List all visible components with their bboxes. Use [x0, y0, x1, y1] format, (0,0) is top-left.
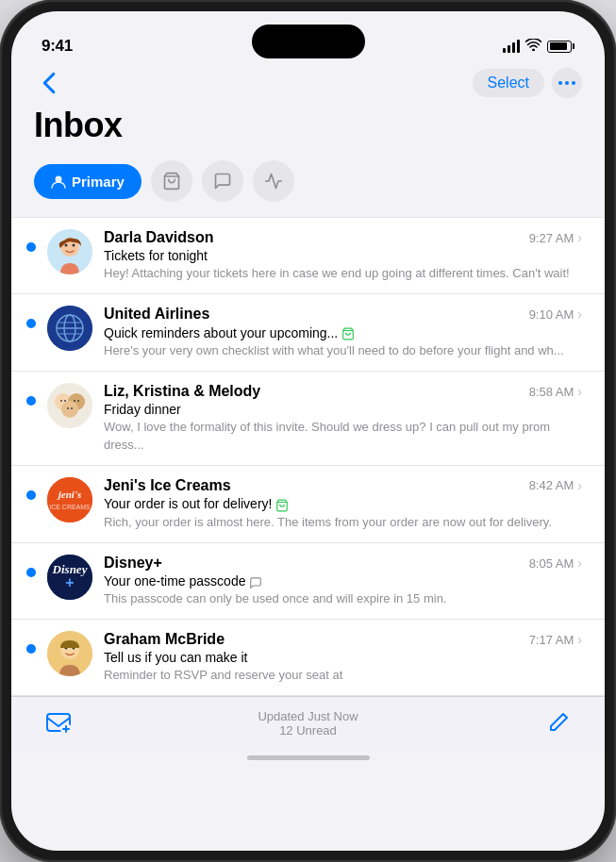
email-item[interactable]: jeni's ICE CREAMS Jeni's Ice Creams 8:42…	[11, 466, 605, 543]
email-item[interactable]: Graham McBride 7:17 AM › Tell us if you …	[11, 620, 605, 696]
svg-point-21	[64, 400, 66, 402]
mailbox-button[interactable]	[42, 706, 75, 740]
svg-rect-26	[47, 477, 92, 522]
tab-primary[interactable]: Primary	[34, 164, 142, 199]
sender-name: Disney+	[104, 555, 162, 572]
nav-actions: Select	[473, 68, 582, 98]
shop-badge	[275, 496, 289, 512]
svg-text:ICE CREAMS: ICE CREAMS	[49, 504, 91, 510]
email-time: 8:05 AM	[529, 556, 574, 571]
page-title: Inbox	[11, 106, 605, 160]
nav-bar: Select	[11, 64, 605, 106]
signal-icon	[503, 40, 520, 53]
email-content: Jeni's Ice Creams 8:42 AM › Your order i…	[104, 477, 582, 531]
chevron-icon: ›	[577, 478, 582, 493]
email-time: 8:58 AM	[529, 385, 574, 399]
svg-point-24	[67, 407, 69, 409]
email-preview: This passcode can only be used once and …	[104, 590, 582, 607]
email-time: 7:17 AM	[529, 633, 574, 647]
more-button[interactable]	[552, 68, 582, 98]
email-meta: 9:10 AM ›	[529, 307, 582, 322]
tab-shopping[interactable]	[151, 160, 192, 202]
updated-status: Updated Just Now	[258, 709, 358, 723]
email-subject: Tickets for tonight	[104, 248, 582, 263]
svg-point-7	[65, 244, 68, 247]
email-content: United Airlines 9:10 AM › Quick reminder…	[104, 306, 582, 359]
avatar	[47, 631, 92, 676]
email-content: Disney+ 8:05 AM › Your one-time passcode	[104, 555, 582, 607]
email-subject: Your order is out for delivery!	[104, 496, 582, 512]
unread-indicator	[26, 490, 36, 500]
svg-point-20	[60, 400, 62, 402]
phone-screen: 9:41	[11, 11, 605, 851]
tab-promos[interactable]	[253, 160, 294, 202]
sender-name: Darla Davidson	[104, 229, 213, 246]
email-item[interactable]: Darla Davidson 9:27 AM › Tickets for ton…	[11, 217, 605, 294]
chevron-icon: ›	[577, 384, 582, 399]
unread-indicator	[26, 396, 36, 406]
email-preview: Rich, your order is almost here. The ite…	[104, 514, 582, 531]
email-time: 8:42 AM	[529, 478, 574, 492]
dynamic-island	[252, 25, 365, 58]
unread-indicator	[26, 242, 36, 252]
avatar	[47, 306, 92, 351]
email-header: Graham McBride 7:17 AM ›	[104, 631, 582, 648]
email-preview: Hey! Attaching your tickets here in case…	[104, 265, 582, 282]
email-header: Disney+ 8:05 AM ›	[104, 555, 582, 572]
sender-name: Jeni's Ice Creams	[104, 477, 231, 494]
email-preview: Here's your very own checklist with what…	[104, 342, 582, 359]
bottom-toolbar: Updated Just Now 12 Unread	[11, 696, 605, 748]
email-item[interactable]: Liz, Kristina & Melody 8:58 AM › Friday …	[11, 372, 605, 465]
email-item[interactable]: United Airlines 9:10 AM › Quick reminder…	[11, 294, 605, 372]
sender-name: Liz, Kristina & Melody	[104, 383, 260, 400]
email-subject: Friday dinner	[104, 402, 582, 417]
avatar: Disney +	[47, 555, 92, 600]
email-subject: Tell us if you can make it	[104, 650, 582, 665]
home-bar	[247, 755, 370, 760]
chevron-icon: ›	[577, 230, 582, 245]
email-preview: Reminder to RSVP and reserve your seat a…	[104, 667, 582, 684]
chat-badge	[249, 573, 262, 588]
chevron-icon: ›	[577, 632, 582, 647]
compose-button[interactable]	[541, 706, 574, 740]
avatar	[47, 383, 92, 428]
tab-social[interactable]	[202, 160, 243, 202]
email-subject: Quick reminders about your upcoming...	[104, 324, 582, 340]
sender-name: United Airlines	[104, 306, 209, 323]
svg-text:+: +	[65, 574, 74, 590]
email-content: Liz, Kristina & Melody 8:58 AM › Friday …	[104, 383, 582, 453]
unread-count: 12 Unread	[258, 723, 358, 738]
email-header: Liz, Kristina & Melody 8:58 AM ›	[104, 383, 582, 400]
svg-text:jeni's: jeni's	[57, 489, 81, 500]
email-meta: 8:05 AM ›	[529, 555, 582, 571]
email-preview: Wow, I love the formality of this invite…	[104, 419, 582, 453]
phone-frame: 9:41	[0, 0, 616, 862]
email-meta: 9:27 AM ›	[529, 230, 582, 245]
email-time: 9:10 AM	[529, 307, 574, 322]
chevron-icon: ›	[577, 307, 582, 322]
unread-indicator	[26, 319, 36, 328]
svg-point-0	[558, 81, 562, 85]
email-header: Darla Davidson 9:27 AM ›	[104, 229, 582, 246]
unread-indicator	[26, 644, 36, 654]
email-header: United Airlines 9:10 AM ›	[104, 306, 582, 323]
email-meta: 7:17 AM ›	[529, 632, 582, 647]
sender-name: Graham McBride	[104, 631, 225, 648]
status-icons	[503, 39, 574, 54]
svg-point-1	[565, 81, 569, 85]
back-button[interactable]	[34, 68, 64, 98]
select-button[interactable]: Select	[473, 69, 544, 97]
toolbar-center: Updated Just Now 12 Unread	[258, 709, 358, 738]
email-item[interactable]: Disney + Disney+ 8:05 AM › Your one-time…	[11, 543, 605, 620]
chevron-icon: ›	[577, 555, 582, 571]
svg-point-25	[71, 407, 73, 409]
email-content: Graham McBride 7:17 AM › Tell us if you …	[104, 631, 582, 684]
email-list: Darla Davidson 9:27 AM › Tickets for ton…	[11, 217, 605, 696]
avatar: jeni's ICE CREAMS	[47, 477, 92, 522]
email-content: Darla Davidson 9:27 AM › Tickets for ton…	[104, 229, 582, 282]
svg-point-2	[572, 81, 575, 85]
svg-point-8	[73, 244, 75, 247]
svg-point-19	[61, 401, 78, 418]
email-time: 9:27 AM	[529, 231, 574, 245]
category-tabs: Primary	[11, 160, 605, 217]
